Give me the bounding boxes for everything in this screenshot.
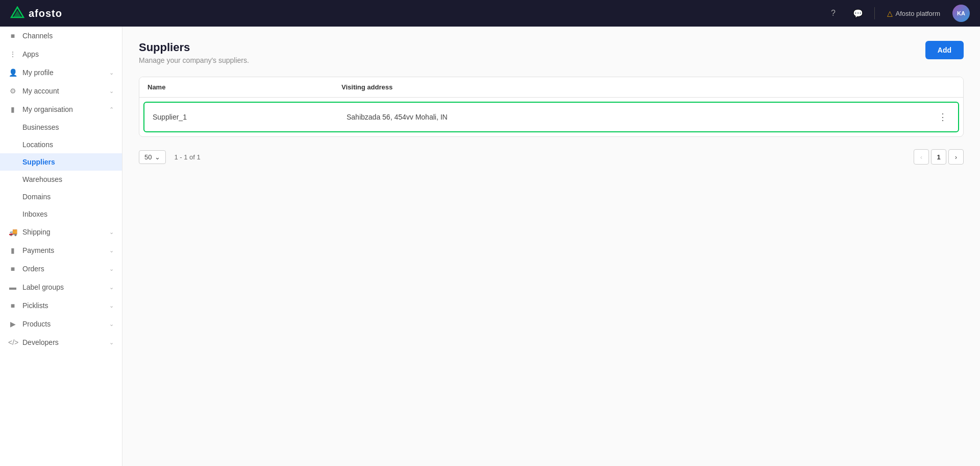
pagination-info: 1 - 1 of 1 [174, 153, 200, 161]
sidebar-item-picklists-label: Picklists [22, 301, 48, 310]
sidebar-item-my-organisation-label: My organisation [22, 105, 73, 113]
pagination-page-1-button[interactable]: 1 [931, 149, 946, 165]
col-name-header: Name [148, 83, 341, 91]
sidebar-item-channels[interactable]: ■ Channels [0, 27, 122, 45]
sidebar-item-apps-label: Apps [22, 50, 39, 58]
sidebar-item-products-label: Products [22, 320, 51, 328]
help-icon: ? [831, 9, 836, 18]
sidebar-item-picklists[interactable]: ■ Picklists ⌄ [0, 296, 122, 315]
sidebar-item-suppliers[interactable]: Suppliers [0, 153, 122, 171]
sidebar-item-businesses[interactable]: Businesses [0, 119, 122, 136]
organisation-icon: ▮ [8, 105, 17, 113]
pagination-next-button[interactable]: › [948, 149, 964, 165]
sidebar-item-my-organisation[interactable]: ▮ My organisation ⌃ [0, 100, 122, 119]
payments-chevron-icon: ⌄ [109, 247, 114, 254]
organisation-chevron-icon: ⌃ [109, 106, 114, 113]
sidebar-item-label-groups[interactable]: ▬ Label groups ⌄ [0, 278, 122, 296]
profile-chevron-icon: ⌄ [109, 69, 114, 76]
suppliers-table: Name Visiting address Supplier_1 Sahibza… [139, 77, 964, 137]
sidebar-item-apps[interactable]: ⋮ Apps [0, 45, 122, 63]
row-actions-button[interactable]: ⋮ [936, 110, 950, 124]
add-supplier-button[interactable]: Add [925, 41, 964, 59]
table-row[interactable]: Supplier_1 Sahibzada 56, 454vv Mohali, I… [143, 102, 959, 132]
sidebar-item-developers-label: Developers [22, 338, 59, 346]
shipping-chevron-icon: ⌄ [109, 229, 114, 236]
sidebar-item-warehouses-label: Warehouses [22, 175, 62, 183]
table-header: Name Visiting address [139, 77, 963, 98]
sidebar-item-domains[interactable]: Domains [0, 188, 122, 205]
sidebar-item-warehouses[interactable]: Warehouses [0, 171, 122, 188]
main-content: Suppliers Manage your company's supplier… [122, 27, 980, 466]
body-layout: ■ Channels ⋮ Apps 👤 My profile ⌄ ⚙ My ac… [0, 27, 980, 466]
payments-icon: ▮ [8, 246, 17, 254]
label-groups-chevron-icon: ⌄ [109, 284, 114, 291]
sidebar-item-payments[interactable]: ▮ Payments ⌄ [0, 241, 122, 260]
help-button[interactable]: ? [825, 5, 842, 21]
sidebar-item-domains-label: Domains [22, 193, 51, 201]
developers-chevron-icon: ⌄ [109, 339, 114, 346]
chat-icon: 💬 [853, 9, 863, 18]
sidebar-item-inboxes-label: Inboxes [22, 210, 47, 218]
picklists-icon: ■ [8, 301, 17, 310]
sidebar-item-shipping[interactable]: 🚚 Shipping ⌄ [0, 223, 122, 241]
page-title: Suppliers [139, 41, 249, 54]
supplier-address: Sahibzada 56, 454vv Mohali, IN [347, 113, 936, 121]
label-groups-icon: ▬ [8, 283, 17, 291]
platform-label: Afosto platform [896, 10, 940, 17]
sidebar-item-locations[interactable]: Locations [0, 136, 122, 153]
products-icon: ▶ [8, 320, 17, 328]
top-nav-right: ? 💬 △ Afosto platform KA [825, 5, 970, 22]
sidebar-item-label-groups-label: Label groups [22, 283, 64, 291]
top-navigation: afosto ? 💬 △ Afosto platform KA [0, 0, 980, 27]
sidebar-item-payments-label: Payments [22, 246, 54, 254]
col-address-header: Visiting address [341, 83, 935, 91]
platform-button[interactable]: △ Afosto platform [883, 7, 944, 19]
profile-icon: 👤 [8, 68, 17, 77]
platform-warning-icon: △ [887, 9, 893, 17]
sidebar-item-my-profile[interactable]: 👤 My profile ⌄ [0, 63, 122, 82]
chat-button[interactable]: 💬 [850, 5, 866, 21]
picklists-chevron-icon: ⌄ [109, 302, 114, 309]
sidebar-item-orders[interactable]: ■ Orders ⌄ [0, 260, 122, 278]
user-avatar[interactable]: KA [952, 5, 970, 22]
page-header: Suppliers Manage your company's supplier… [139, 41, 964, 64]
per-page-value: 50 [144, 153, 152, 161]
pagination-controls: ‹ 1 › [914, 149, 964, 165]
sidebar-item-my-profile-label: My profile [22, 68, 54, 77]
afosto-logo-icon [10, 6, 24, 20]
page-header-text: Suppliers Manage your company's supplier… [139, 41, 249, 64]
account-chevron-icon: ⌄ [109, 88, 114, 95]
orders-icon: ■ [8, 265, 17, 273]
sidebar-item-inboxes[interactable]: Inboxes [0, 205, 122, 223]
sidebar-item-businesses-label: Businesses [22, 123, 59, 131]
sidebar-item-suppliers-label: Suppliers [22, 158, 55, 166]
logo-area: afosto [10, 6, 62, 20]
sidebar-item-locations-label: Locations [22, 141, 53, 149]
sidebar-item-my-account[interactable]: ⚙ My account ⌄ [0, 82, 122, 100]
pagination-row: 50 ⌄ 1 - 1 of 1 ‹ 1 › [139, 147, 964, 167]
orders-chevron-icon: ⌄ [109, 266, 114, 272]
sidebar-item-channels-label: Channels [22, 32, 53, 40]
apps-icon: ⋮ [8, 50, 17, 58]
channels-icon: ■ [8, 32, 17, 40]
products-chevron-icon: ⌄ [109, 321, 114, 328]
pagination-prev-button[interactable]: ‹ [914, 149, 929, 165]
sidebar-item-my-account-label: My account [22, 87, 59, 95]
sidebar-item-products[interactable]: ▶ Products ⌄ [0, 315, 122, 333]
sidebar-item-shipping-label: Shipping [22, 228, 51, 236]
logo-text: afosto [29, 8, 62, 19]
sidebar-item-orders-label: Orders [22, 265, 44, 273]
per-page-chevron-icon: ⌄ [155, 153, 160, 161]
per-page-select[interactable]: 50 ⌄ [139, 150, 166, 164]
sidebar: ■ Channels ⋮ Apps 👤 My profile ⌄ ⚙ My ac… [0, 27, 122, 466]
shipping-icon: 🚚 [8, 228, 17, 236]
developers-icon: </> [8, 338, 17, 346]
supplier-name: Supplier_1 [153, 113, 347, 121]
sidebar-item-developers[interactable]: </> Developers ⌄ [0, 333, 122, 352]
account-icon: ⚙ [8, 87, 17, 95]
nav-divider [874, 7, 875, 19]
page-subtitle: Manage your company's suppliers. [139, 56, 249, 64]
